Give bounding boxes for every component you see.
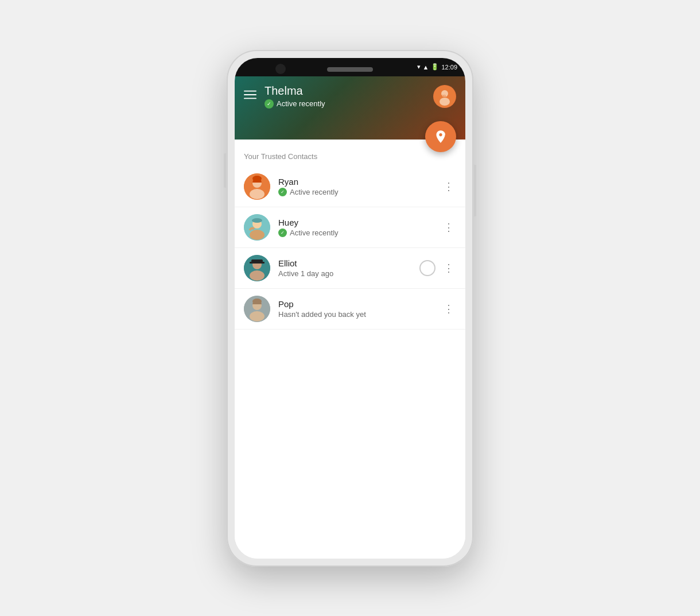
svg-point-10 [252, 176, 262, 181]
list-item: Huey ✓ Active recently ⋮ [235, 207, 465, 248]
clock: 12:09 [441, 64, 457, 71]
svg-rect-1 [244, 94, 256, 95]
volume-button [224, 153, 226, 188]
huey-actions: ⋮ [441, 219, 456, 236]
pop-name: Pop [278, 299, 441, 309]
svg-point-23 [252, 299, 262, 304]
active-check-icon: ✓ [278, 228, 287, 237]
front-camera [275, 64, 286, 74]
signal-icon: ▲ [423, 64, 429, 71]
power-button [474, 165, 476, 216]
pop-status: Hasn't added you back yet [278, 310, 441, 319]
active-status-icon: ✓ [265, 99, 274, 109]
wifi-icon: ▾ [417, 63, 421, 71]
contacts-content: Your Trusted Contacts [235, 140, 465, 559]
ryan-avatar [244, 173, 270, 200]
elliot-avatar [244, 255, 270, 281]
svg-point-13 [250, 230, 265, 240]
battery-icon: 🔋 [431, 63, 439, 71]
svg-point-14 [252, 218, 262, 223]
svg-rect-19 [250, 262, 265, 264]
svg-point-17 [250, 270, 265, 281]
phone-device: ▾ ▲ 🔋 12:09 Thelma [227, 50, 473, 567]
ryan-actions: ⋮ [441, 178, 456, 195]
huey-info: Huey ✓ Active recently [278, 218, 441, 237]
menu-icon[interactable] [244, 88, 256, 104]
elliot-status-text: Active 1 day ago [278, 269, 333, 278]
huey-avatar [244, 214, 270, 241]
phone-screen: ▾ ▲ 🔋 12:09 Thelma [235, 58, 465, 559]
ryan-more-icon[interactable]: ⋮ [441, 178, 456, 195]
elliot-status: Active 1 day ago [278, 269, 419, 278]
huey-status: ✓ Active recently [278, 228, 441, 237]
pop-avatar [244, 296, 270, 322]
ryan-status: ✓ Active recently [278, 188, 441, 196]
svg-point-9 [250, 189, 265, 199]
huey-status-text: Active recently [290, 228, 339, 237]
list-item: Elliot Active 1 day ago ⋮ [235, 248, 465, 289]
header-title: Thelma [265, 84, 433, 98]
share-location-fab[interactable] [425, 121, 456, 152]
elliot-actions: ⋮ [419, 259, 456, 277]
pop-status-text: Hasn't added you back yet [278, 310, 366, 319]
active-check-icon: ✓ [278, 188, 287, 196]
contact-list: Ryan ✓ Active recently ⋮ [235, 166, 465, 330]
ryan-name: Ryan [278, 177, 441, 187]
header-status-text: Active recently [277, 99, 325, 108]
list-item: Pop Hasn't added you back yet ⋮ [235, 289, 465, 330]
svg-rect-0 [244, 91, 256, 92]
svg-point-22 [250, 311, 265, 321]
svg-rect-2 [244, 98, 256, 99]
pop-more-icon[interactable]: ⋮ [441, 300, 456, 317]
location-toggle[interactable] [419, 260, 435, 276]
status-icons: ▾ ▲ 🔋 12:09 [417, 63, 457, 71]
elliot-more-icon[interactable]: ⋮ [441, 259, 456, 277]
huey-more-icon[interactable]: ⋮ [441, 219, 456, 236]
svg-text:∞: ∞ [442, 92, 446, 99]
list-item: Ryan ✓ Active recently ⋮ [235, 166, 465, 207]
pop-info: Pop Hasn't added you back yet [278, 299, 441, 319]
thelma-avatar[interactable]: ∞ [433, 85, 456, 108]
huey-name: Huey [278, 218, 441, 227]
elliot-info: Elliot Active 1 day ago [278, 258, 419, 278]
elliot-name: Elliot [278, 258, 419, 268]
pop-actions: ⋮ [441, 300, 456, 317]
header-status: ✓ Active recently [265, 99, 433, 109]
ryan-info: Ryan ✓ Active recently [278, 177, 441, 196]
ryan-status-text: Active recently [290, 188, 339, 196]
app-header: Thelma ✓ Active recently ∞ [235, 76, 465, 140]
svg-point-5 [440, 98, 450, 106]
header-title-block: Thelma ✓ Active recently [265, 84, 433, 109]
earpiece-speaker [327, 67, 373, 72]
